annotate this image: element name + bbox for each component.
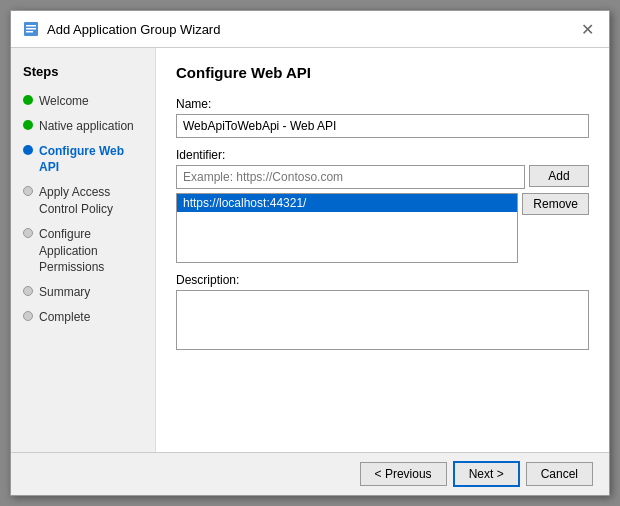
remove-button[interactable]: Remove xyxy=(522,193,589,215)
page-title: Configure Web API xyxy=(176,64,589,81)
dialog-title: Add Application Group Wizard xyxy=(47,22,220,37)
step-dot-native xyxy=(23,120,33,130)
description-input[interactable] xyxy=(176,290,589,350)
sidebar-item-configure-web-api[interactable]: Configure Web API xyxy=(11,139,155,181)
sidebar-item-access-control[interactable]: Apply Access Control Policy xyxy=(11,180,155,222)
identifier-list[interactable]: https://localhost:44321/ xyxy=(176,193,518,263)
title-bar-left: Add Application Group Wizard xyxy=(23,21,220,37)
svg-rect-2 xyxy=(26,28,36,30)
name-label: Name: xyxy=(176,97,589,111)
identifier-list-container: https://localhost:44321/ Remove xyxy=(176,193,589,263)
sidebar-item-native[interactable]: Native application xyxy=(11,114,155,139)
identifier-input[interactable] xyxy=(176,165,525,189)
cancel-button[interactable]: Cancel xyxy=(526,462,593,486)
identifier-input-row: Add xyxy=(176,165,589,189)
step-label-summary: Summary xyxy=(39,284,90,301)
description-label: Description: xyxy=(176,273,589,287)
previous-button[interactable]: < Previous xyxy=(360,462,447,486)
close-button[interactable]: ✕ xyxy=(577,19,597,39)
identifier-label: Identifier: xyxy=(176,148,589,162)
description-group: Description: xyxy=(176,273,589,353)
svg-rect-1 xyxy=(26,25,36,27)
step-dot-configure-web-api xyxy=(23,145,33,155)
step-dot-app-permissions xyxy=(23,228,33,238)
step-label-app-permissions: Configure Application Permissions xyxy=(39,226,143,276)
step-label-welcome: Welcome xyxy=(39,93,89,110)
side-buttons: Remove xyxy=(522,193,589,263)
step-label-access-control: Apply Access Control Policy xyxy=(39,184,143,218)
identifier-group: Identifier: Add https://localhost:44321/… xyxy=(176,148,589,263)
step-dot-summary xyxy=(23,286,33,296)
step-dot-welcome xyxy=(23,95,33,105)
sidebar-item-welcome[interactable]: Welcome xyxy=(11,89,155,114)
step-dot-complete xyxy=(23,311,33,321)
sidebar-item-complete[interactable]: Complete xyxy=(11,305,155,330)
step-label-native: Native application xyxy=(39,118,134,135)
dialog: Add Application Group Wizard ✕ Steps Wel… xyxy=(10,10,610,496)
svg-rect-3 xyxy=(26,31,33,33)
sidebar: Steps Welcome Native application Configu… xyxy=(11,48,156,452)
sidebar-item-app-permissions[interactable]: Configure Application Permissions xyxy=(11,222,155,280)
next-button[interactable]: Next > xyxy=(453,461,520,487)
step-dot-access-control xyxy=(23,186,33,196)
list-item[interactable]: https://localhost:44321/ xyxy=(177,194,517,212)
step-label-configure-web-api: Configure Web API xyxy=(39,143,143,177)
sidebar-item-summary[interactable]: Summary xyxy=(11,280,155,305)
name-input[interactable] xyxy=(176,114,589,138)
wizard-icon xyxy=(23,21,39,37)
name-group: Name: xyxy=(176,97,589,138)
step-label-complete: Complete xyxy=(39,309,90,326)
main-content: Configure Web API Name: Identifier: Add … xyxy=(156,48,609,452)
title-bar: Add Application Group Wizard ✕ xyxy=(11,11,609,48)
footer: < Previous Next > Cancel xyxy=(11,452,609,495)
add-button[interactable]: Add xyxy=(529,165,589,187)
sidebar-title: Steps xyxy=(11,64,155,89)
dialog-body: Steps Welcome Native application Configu… xyxy=(11,48,609,452)
